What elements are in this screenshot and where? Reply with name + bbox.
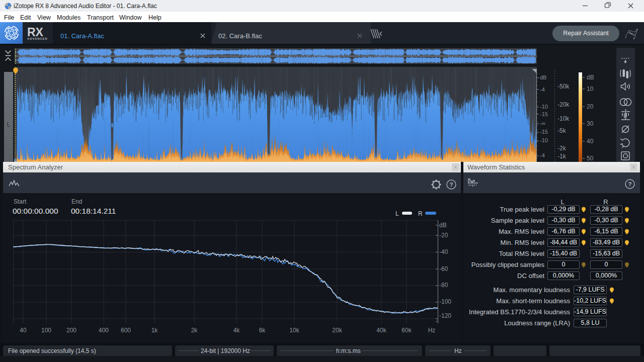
svg-text:?: ?: [628, 181, 631, 187]
svg-text:?: ?: [449, 182, 453, 188]
